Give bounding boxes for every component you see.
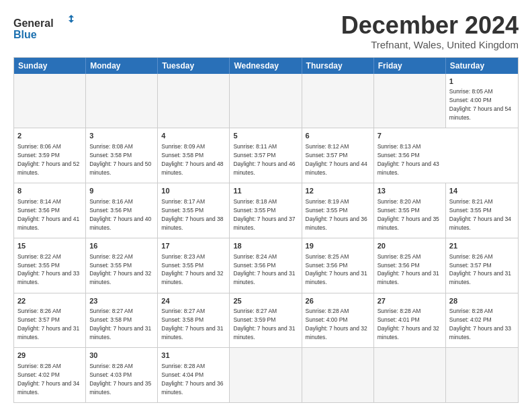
cell-info: Sunrise: 8:20 AMSunset: 3:55 PMDaylight:… — [378, 198, 439, 231]
week-2: 2 Sunrise: 8:06 AMSunset: 3:59 PMDayligh… — [14, 128, 518, 183]
cell-2-1: 2 Sunrise: 8:06 AMSunset: 3:59 PMDayligh… — [14, 128, 86, 183]
cell-info: Sunrise: 8:28 AMSunset: 4:02 PMDaylight:… — [17, 363, 79, 396]
cell-info: Sunrise: 8:16 AMSunset: 3:56 PMDaylight:… — [89, 198, 151, 231]
day-number: 24 — [161, 296, 226, 306]
cell-info: Sunrise: 8:13 AMSunset: 3:56 PMDaylight:… — [378, 143, 439, 176]
cell-info: Sunrise: 8:28 AMSunset: 4:01 PMDaylight:… — [378, 308, 439, 340]
cell-4-6: 20 Sunrise: 8:25 AMSunset: 3:56 PMDaylig… — [374, 238, 446, 293]
header-sunday: Sunday — [14, 58, 86, 74]
cell-3-6: 13 Sunrise: 8:20 AMSunset: 3:55 PMDaylig… — [374, 183, 446, 238]
cell-5-6: 27 Sunrise: 8:28 AMSunset: 4:01 PMDaylig… — [374, 293, 446, 348]
cell-6-4 — [230, 348, 302, 402]
cell-1-2 — [86, 74, 158, 128]
cell-info: Sunrise: 8:08 AMSunset: 3:58 PMDaylight:… — [89, 143, 151, 176]
cell-info: Sunrise: 8:28 AMSunset: 4:00 PMDaylight:… — [306, 308, 367, 340]
day-number: 16 — [89, 241, 154, 251]
header-tuesday: Tuesday — [158, 58, 230, 74]
cell-info: Sunrise: 8:06 AMSunset: 3:59 PMDaylight:… — [17, 143, 79, 176]
cell-info: Sunrise: 8:27 AMSunset: 3:58 PMDaylight:… — [161, 308, 223, 340]
logo: General Blue — [13, 15, 74, 42]
title-area: December 2024 Trefnant, Wales, United Ki… — [341, 12, 519, 50]
day-number: 8 — [17, 186, 82, 196]
day-number: 11 — [233, 186, 298, 196]
day-number: 7 — [378, 131, 443, 141]
cell-4-2: 16 Sunrise: 8:22 AMSunset: 3:55 PMDaylig… — [86, 238, 158, 293]
cell-info: Sunrise: 8:26 AMSunset: 3:57 PMDaylight:… — [449, 253, 511, 286]
day-number: 18 — [233, 241, 298, 251]
cell-1-3 — [158, 74, 230, 128]
week-1: 1 Sunrise: 8:05 AMSunset: 4:00 PMDayligh… — [14, 74, 518, 129]
cell-5-3: 24 Sunrise: 8:27 AMSunset: 3:58 PMDaylig… — [158, 293, 230, 348]
day-number: 26 — [306, 296, 370, 306]
cell-2-6: 7 Sunrise: 8:13 AMSunset: 3:56 PMDayligh… — [374, 128, 446, 183]
day-number: 5 — [233, 131, 298, 141]
cell-info: Sunrise: 8:28 AMSunset: 4:02 PMDaylight:… — [449, 308, 511, 340]
cell-info: Sunrise: 8:26 AMSunset: 3:57 PMDaylight:… — [17, 308, 79, 340]
cell-info: Sunrise: 8:22 AMSunset: 3:55 PMDaylight:… — [89, 253, 151, 286]
cell-info: Sunrise: 8:14 AMSunset: 3:56 PMDaylight:… — [17, 198, 79, 231]
cell-6-7 — [446, 348, 518, 402]
cell-3-1: 8 Sunrise: 8:14 AMSunset: 3:56 PMDayligh… — [14, 183, 86, 238]
cell-info: Sunrise: 8:05 AMSunset: 4:00 PMDaylight:… — [449, 88, 511, 121]
cell-3-5: 12 Sunrise: 8:19 AMSunset: 3:55 PMDaylig… — [302, 183, 374, 238]
cell-1-1 — [14, 74, 86, 128]
week-6: 29 Sunrise: 8:28 AMSunset: 4:02 PMDaylig… — [14, 348, 518, 402]
day-number: 13 — [378, 186, 442, 196]
calendar: SundayMondayTuesdayWednesdayThursdayFrid… — [13, 57, 519, 403]
day-number: 4 — [161, 131, 226, 141]
day-number: 2 — [17, 131, 82, 141]
week-4: 15 Sunrise: 8:22 AMSunset: 3:55 PMDaylig… — [14, 238, 518, 293]
cell-info: Sunrise: 8:18 AMSunset: 3:55 PMDaylight:… — [233, 198, 295, 231]
day-number: 23 — [89, 296, 154, 306]
day-number: 17 — [161, 241, 226, 251]
cell-3-7: 14 Sunrise: 8:21 AMSunset: 3:55 PMDaylig… — [446, 183, 518, 238]
day-number: 15 — [17, 241, 82, 251]
cell-info: Sunrise: 8:11 AMSunset: 3:57 PMDaylight:… — [233, 143, 295, 176]
cell-5-7: 28 Sunrise: 8:28 AMSunset: 4:02 PMDaylig… — [446, 293, 518, 348]
cell-5-1: 22 Sunrise: 8:26 AMSunset: 3:57 PMDaylig… — [14, 293, 86, 348]
day-number: 28 — [449, 296, 515, 306]
cell-info: Sunrise: 8:12 AMSunset: 3:57 PMDaylight:… — [306, 143, 367, 176]
cell-info: Sunrise: 8:28 AMSunset: 4:04 PMDaylight:… — [161, 363, 223, 396]
header-friday: Friday — [374, 58, 446, 74]
cell-info: Sunrise: 8:27 AMSunset: 3:59 PMDaylight:… — [233, 308, 295, 340]
day-number: 31 — [161, 351, 226, 361]
cell-info: Sunrise: 8:25 AMSunset: 3:56 PMDaylight:… — [306, 253, 367, 286]
cell-5-2: 23 Sunrise: 8:27 AMSunset: 3:58 PMDaylig… — [86, 293, 158, 348]
day-number: 9 — [89, 186, 154, 196]
day-number: 3 — [89, 131, 154, 141]
cell-1-6 — [374, 74, 446, 128]
week-5: 22 Sunrise: 8:26 AMSunset: 3:57 PMDaylig… — [14, 293, 518, 349]
cell-5-5: 26 Sunrise: 8:28 AMSunset: 4:00 PMDaylig… — [302, 293, 374, 348]
day-number: 27 — [378, 296, 442, 306]
logo-svg: General Blue — [13, 15, 74, 42]
cell-2-5: 6 Sunrise: 8:12 AMSunset: 3:57 PMDayligh… — [302, 128, 374, 183]
cell-info: Sunrise: 8:28 AMSunset: 4:03 PMDaylight:… — [89, 363, 151, 396]
page: General Blue December 2024 Trefnant, Wal… — [0, 0, 532, 411]
cell-info: Sunrise: 8:25 AMSunset: 3:56 PMDaylight:… — [378, 253, 439, 286]
cell-info: Sunrise: 8:27 AMSunset: 3:58 PMDaylight:… — [89, 308, 151, 340]
day-number: 6 — [306, 131, 370, 141]
cell-3-3: 10 Sunrise: 8:17 AMSunset: 3:55 PMDaylig… — [158, 183, 230, 238]
cell-4-1: 15 Sunrise: 8:22 AMSunset: 3:55 PMDaylig… — [14, 238, 86, 293]
cell-info: Sunrise: 8:24 AMSunset: 3:56 PMDaylight:… — [233, 253, 295, 286]
cell-2-2: 3 Sunrise: 8:08 AMSunset: 3:58 PMDayligh… — [86, 128, 158, 183]
svg-text:Blue: Blue — [13, 29, 37, 40]
cell-6-6 — [374, 348, 446, 402]
header-monday: Monday — [86, 58, 158, 74]
day-number: 10 — [161, 186, 226, 196]
header: General Blue December 2024 Trefnant, Wal… — [13, 12, 519, 50]
cell-info: Sunrise: 8:19 AMSunset: 3:55 PMDaylight:… — [306, 198, 367, 231]
week-3: 8 Sunrise: 8:14 AMSunset: 3:56 PMDayligh… — [14, 183, 518, 238]
cell-1-5 — [302, 74, 374, 128]
cell-info: Sunrise: 8:22 AMSunset: 3:55 PMDaylight:… — [17, 253, 79, 286]
cell-2-4: 5 Sunrise: 8:11 AMSunset: 3:57 PMDayligh… — [230, 128, 302, 183]
header-thursday: Thursday — [302, 58, 374, 74]
cell-5-4: 25 Sunrise: 8:27 AMSunset: 3:59 PMDaylig… — [230, 293, 302, 348]
cell-info: Sunrise: 8:23 AMSunset: 3:55 PMDaylight:… — [161, 253, 223, 286]
cell-2-3: 4 Sunrise: 8:09 AMSunset: 3:58 PMDayligh… — [158, 128, 230, 183]
calendar-header: SundayMondayTuesdayWednesdayThursdayFrid… — [14, 58, 518, 74]
day-number: 30 — [89, 351, 154, 361]
cell-3-4: 11 Sunrise: 8:18 AMSunset: 3:55 PMDaylig… — [230, 183, 302, 238]
cell-6-2: 30 Sunrise: 8:28 AMSunset: 4:03 PMDaylig… — [86, 348, 158, 402]
